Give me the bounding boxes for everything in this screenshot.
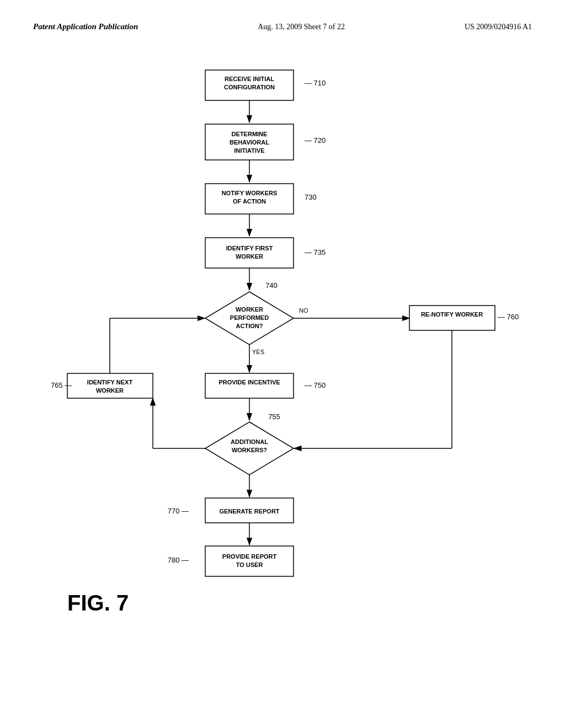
svg-text:IDENTIFY NEXT: IDENTIFY NEXT: [87, 379, 133, 386]
svg-text:RE-NOTIFY WORKER: RE-NOTIFY WORKER: [421, 311, 483, 318]
svg-text:NO: NO: [299, 307, 308, 314]
svg-text:CONFIGURATION: CONFIGURATION: [224, 84, 275, 90]
svg-text:ACTION?: ACTION?: [236, 323, 263, 329]
svg-text:— 710: — 710: [305, 79, 326, 87]
svg-text:INITIATIVE: INITIATIVE: [234, 147, 264, 154]
svg-text:TO USER: TO USER: [236, 561, 263, 568]
svg-text:BEHAVIORAL: BEHAVIORAL: [230, 139, 269, 146]
svg-text:IDENTIFY FIRST: IDENTIFY FIRST: [226, 245, 273, 251]
svg-text:WORKER: WORKER: [96, 387, 124, 394]
svg-text:780 —: 780 —: [168, 556, 189, 564]
svg-text:ADDITIONAL: ADDITIONAL: [231, 438, 268, 445]
svg-text:WORKER: WORKER: [236, 253, 263, 260]
svg-text:FIG. 7: FIG. 7: [67, 591, 129, 615]
header-patent-number: US 2009/0204916 A1: [465, 23, 532, 31]
svg-text:PERFORMED: PERFORMED: [230, 314, 269, 321]
svg-text:755: 755: [268, 413, 280, 421]
svg-text:— 750: — 750: [305, 381, 326, 389]
svg-text:GENERATE REPORT: GENERATE REPORT: [219, 508, 279, 515]
page-header: Patent Application Publication Aug. 13, …: [0, 0, 565, 42]
svg-text:WORKERS?: WORKERS?: [232, 447, 267, 453]
header-date-sheet: Aug. 13, 2009 Sheet 7 of 22: [258, 23, 345, 31]
svg-text:DETERMINE: DETERMINE: [232, 131, 268, 137]
svg-text:770 —: 770 —: [168, 507, 189, 515]
svg-text:PROVIDE REPORT: PROVIDE REPORT: [222, 553, 277, 560]
svg-rect-42: [67, 373, 153, 398]
svg-text:765 —: 765 —: [51, 381, 72, 389]
header-publication-type: Patent Application Publication: [33, 22, 138, 31]
svg-rect-31: [205, 373, 294, 398]
svg-text:PROVIDE INCENTIVE: PROVIDE INCENTIVE: [218, 379, 280, 386]
svg-rect-39: [409, 306, 495, 330]
svg-text:WORKER: WORKER: [236, 306, 263, 313]
svg-text:730: 730: [305, 193, 317, 201]
svg-text:RECEIVE INITIAL: RECEIVE INITIAL: [225, 76, 274, 82]
svg-text:OF ACTION: OF ACTION: [233, 198, 266, 205]
svg-text:740: 740: [265, 281, 278, 290]
svg-text:— 760: — 760: [498, 313, 519, 321]
svg-text:NOTIFY WORKERS: NOTIFY WORKERS: [222, 190, 278, 196]
svg-text:YES: YES: [252, 349, 264, 355]
svg-text:— 735: — 735: [305, 248, 326, 256]
diagram-area: RECEIVE INITIAL CONFIGURATION — 710 DETE…: [0, 42, 565, 726]
svg-text:— 720: — 720: [305, 136, 326, 144]
